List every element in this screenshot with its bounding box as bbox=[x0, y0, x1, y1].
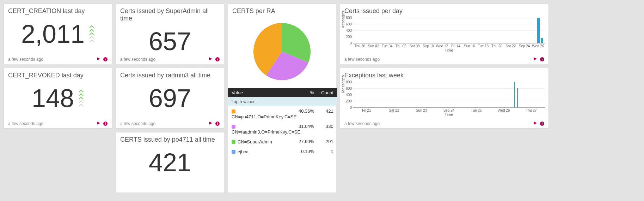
y-tick: 400 bbox=[342, 29, 352, 32]
info-icon[interactable]: i bbox=[103, 122, 108, 126]
card-footer: a few seconds ago i bbox=[120, 57, 220, 62]
x-ticks: Fri 21Sat 22Sun 23Sep 24Tue 25Wed 26Thu … bbox=[353, 108, 545, 112]
info-icon[interactable]: i bbox=[215, 57, 220, 61]
table-row: CN=po4711,O=PrimeKey,C=SE 40.36% 421 bbox=[228, 106, 337, 122]
y-tick: 600 bbox=[342, 87, 352, 90]
row-label: CN=raadmin3,O=PrimeKey,C=SE bbox=[232, 129, 292, 135]
table-header-row: Value % Count bbox=[228, 88, 337, 97]
card-title: CERTS issued by po4711 all time bbox=[116, 132, 224, 145]
swatch-icon bbox=[232, 150, 235, 154]
row-pct: 27.90% bbox=[295, 137, 318, 147]
card-title: Certs issued per day bbox=[340, 4, 548, 16]
info-icon[interactable]: i bbox=[215, 122, 220, 126]
play-icon[interactable] bbox=[533, 121, 537, 126]
row-count: 291 bbox=[318, 137, 337, 147]
info-icon[interactable]: i bbox=[540, 57, 544, 61]
x-axis-label: Time bbox=[353, 112, 545, 117]
y-tick: 600 bbox=[342, 22, 352, 26]
play-icon[interactable] bbox=[97, 121, 100, 126]
bar bbox=[541, 38, 543, 43]
chart: Messages 800 600 400 200 0 Thu 30Sun 02T… bbox=[340, 16, 548, 52]
card-exceptions: Exceptions last week Messages 800 600 40… bbox=[340, 68, 549, 129]
play-icon[interactable] bbox=[533, 57, 537, 62]
card-footer: a few seconds ago i bbox=[120, 121, 220, 126]
value-row: 148 bbox=[4, 81, 112, 116]
play-icon[interactable] bbox=[97, 57, 100, 62]
play-icon[interactable] bbox=[209, 57, 213, 62]
card-cert-creation: CERT_CREATION last day 2,011 a few secon… bbox=[4, 4, 112, 64]
plot-area: 800 600 400 200 0 bbox=[353, 82, 545, 108]
card-footer: a few seconds ago i bbox=[8, 57, 108, 62]
row-label: CN=SuperAdmin bbox=[238, 139, 272, 144]
swatch-icon bbox=[232, 140, 235, 144]
card-radmin3: Certs issued by radmin3 all time 697 a f… bbox=[116, 68, 224, 129]
card-title: CERT_CREATION last day bbox=[4, 4, 112, 16]
row-count: 421 bbox=[318, 106, 337, 122]
card-title: Exceptions last week bbox=[340, 68, 548, 81]
col-count: Count bbox=[318, 88, 337, 97]
trend-up-icon bbox=[78, 89, 84, 107]
footer-time: a few seconds ago bbox=[8, 121, 43, 126]
svg-marker-3 bbox=[209, 122, 212, 125]
card-certs-per-ra: CERTS per RA Value % Count Top 5 values … bbox=[228, 4, 336, 193]
table-row: ejbca 0.10% 1 bbox=[228, 147, 337, 156]
y-tick: 800 bbox=[342, 80, 352, 84]
row-count: 1 bbox=[318, 147, 337, 156]
row-label: CN=po4711,O=PrimeKey,C=SE bbox=[232, 114, 292, 119]
metric-value: 148 bbox=[32, 85, 74, 111]
card-footer: a few seconds ago i bbox=[344, 121, 544, 126]
table-row: CN=SuperAdmin 27.90% 291 bbox=[228, 137, 337, 147]
swatch-icon bbox=[232, 110, 235, 113]
table-row: CN=raadmin3,O=PrimeKey,C=SE 31.64% 330 bbox=[228, 122, 337, 137]
col-pct: % bbox=[295, 88, 318, 97]
card-title: Certs issued by radmin3 all time bbox=[116, 68, 224, 81]
svg-marker-5 bbox=[534, 122, 537, 125]
svg-marker-0 bbox=[97, 57, 100, 60]
info-icon[interactable]: i bbox=[540, 122, 544, 126]
plot-area: 800 600 400 200 0 bbox=[353, 18, 545, 43]
pie-chart bbox=[228, 16, 336, 83]
footer-time: a few seconds ago bbox=[8, 57, 43, 62]
card-footer: a few seconds ago i bbox=[8, 121, 108, 126]
footer-time: a few seconds ago bbox=[344, 121, 380, 126]
row-pct: 40.36% bbox=[295, 106, 318, 122]
row-pct: 0.10% bbox=[295, 147, 318, 156]
metric-value: 2,011 bbox=[21, 21, 85, 47]
svg-marker-2 bbox=[209, 57, 212, 60]
card-po4711: CERTS issued by po4711 all time 421 bbox=[116, 132, 224, 193]
y-tick: 400 bbox=[342, 93, 352, 97]
svg-marker-1 bbox=[97, 122, 100, 125]
info-icon[interactable]: i bbox=[103, 57, 108, 61]
play-icon[interactable] bbox=[209, 121, 213, 126]
pie-table: Value % Count Top 5 values CN=po4711,O=P… bbox=[228, 88, 337, 156]
svg-marker-4 bbox=[534, 57, 537, 60]
bar bbox=[517, 88, 518, 107]
card-cert-revoked: CERT_REVOKED last day 148 a few seconds … bbox=[4, 68, 112, 129]
metric-value: 697 bbox=[149, 85, 191, 111]
y-tick: 0 bbox=[342, 106, 352, 110]
metric-value: 657 bbox=[149, 29, 191, 54]
col-value: Value bbox=[228, 88, 295, 97]
card-title: Certs issued by SuperAdmin all time bbox=[116, 4, 224, 24]
y-tick: 0 bbox=[342, 41, 352, 45]
card-superadmin: Certs issued by SuperAdmin all time 657 … bbox=[116, 4, 224, 64]
footer-time: a few seconds ago bbox=[120, 121, 155, 126]
row-count: 330 bbox=[318, 122, 337, 137]
x-axis-label: Time bbox=[353, 48, 545, 52]
card-title: CERT_REVOKED last day bbox=[4, 68, 112, 81]
y-tick: 200 bbox=[342, 35, 352, 39]
value-row: 2,011 bbox=[4, 16, 112, 52]
card-issued-per-day: Certs issued per day Messages 800 600 40… bbox=[340, 4, 549, 64]
row-label: ejbca bbox=[238, 149, 249, 154]
bar bbox=[537, 18, 540, 43]
swatch-icon bbox=[232, 125, 235, 129]
y-tick: 200 bbox=[342, 99, 352, 103]
card-title: CERTS per RA bbox=[228, 4, 336, 16]
bar bbox=[514, 82, 515, 107]
card-footer: a few seconds ago i bbox=[344, 57, 544, 62]
y-tick: 800 bbox=[342, 16, 352, 20]
top5-label: Top 5 values bbox=[228, 97, 337, 106]
footer-time: a few seconds ago bbox=[344, 57, 380, 62]
x-ticks: Thu 30Sun 02Tue 04Thu 06Sat 08Sep 10Wed … bbox=[353, 43, 545, 48]
footer-time: a few seconds ago bbox=[120, 57, 155, 62]
